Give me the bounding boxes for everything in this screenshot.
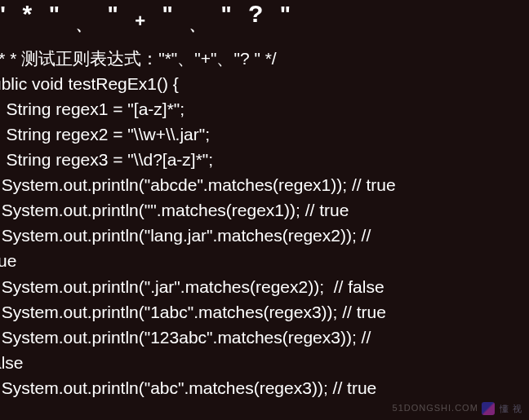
code-line: System.out.println("123abc".matches(rege…: [0, 328, 371, 347]
code-line: System.out.println("lang.jar".matches(re…: [0, 226, 371, 245]
code-line: String regex2 = "\\w+\\.jar";: [0, 125, 210, 144]
code-line: ublic void testRegEx1() {: [0, 74, 179, 93]
code-line: System.out.println("".matches(regex1)); …: [0, 201, 349, 219]
code-line: rue: [0, 251, 16, 270]
watermark-site: 51DONGSHI.COM: [393, 403, 478, 413]
code-line: System.out.println("abc".matches(regex3)…: [0, 378, 376, 397]
code-line: ** * 测试正则表达式："*"、"+"、"? " */: [0, 49, 277, 68]
code-line: System.out.println(".jar".matches(regex2…: [0, 277, 385, 296]
code-line: System.out.println("1abc".matches(regex3…: [0, 303, 386, 321]
watermark-logo-icon: [482, 402, 495, 415]
watermark: 51DONGSHI.COM 懂 视: [393, 401, 522, 415]
code-line: alse: [0, 353, 24, 372]
title-quantifiers: " * " 、 " + " 、 " ? ": [0, 0, 529, 34]
code-line: System.out.println("abcde".matches(regex…: [0, 175, 396, 194]
watermark-brand: 懂 视: [500, 404, 522, 413]
code-line: String regex1 = "[a-z]*";: [0, 99, 184, 118]
code-block: ** * 测试正则表达式："*"、"+"、"? " */ ublic void …: [0, 46, 529, 400]
code-line: String regex3 = "\\d?[a-z]*";: [0, 150, 213, 169]
